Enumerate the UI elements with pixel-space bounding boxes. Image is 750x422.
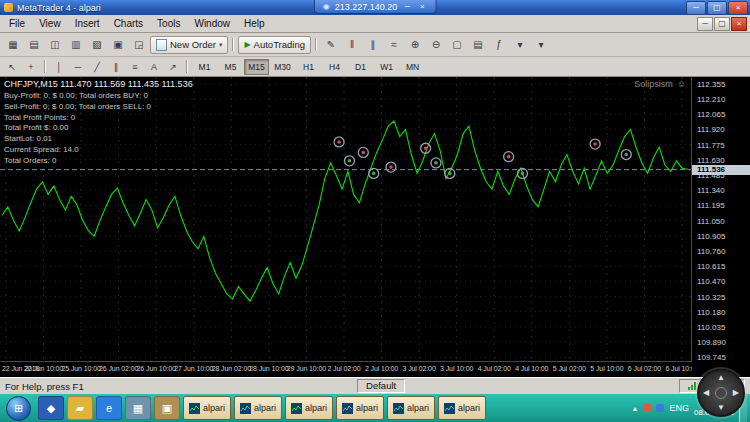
separator — [44, 60, 46, 73]
time-axis-label: 28 Jun 10:00 — [249, 365, 288, 372]
tray-app2-icon[interactable] — [656, 404, 664, 412]
trendline-icon[interactable]: ╱ — [88, 59, 106, 75]
templates-dropdown-icon[interactable]: ▾ — [531, 35, 551, 54]
ea-info-line: Sell-Profit: 0; $ 0.00; Total orders SEL… — [4, 102, 151, 113]
quick-launch-app3-icon[interactable]: ▣ — [154, 396, 180, 420]
time-axis[interactable]: 22 Jun 201822 Jun 10:0025 Jun 10:0026 Ju… — [0, 361, 692, 377]
tray-app-icon[interactable] — [643, 404, 651, 412]
title-bar: MetaTrader 4 - alpari ◉ 213.227.140.20 ─… — [0, 0, 750, 15]
metaeditor-icon[interactable]: ✎ — [321, 35, 341, 54]
close-button[interactable]: × — [728, 1, 748, 15]
timeframe-m15[interactable]: M15 — [244, 59, 269, 75]
rdp-connection-bar[interactable]: ◉ 213.227.140.20 ─ × — [314, 0, 437, 14]
periods-dropdown-icon[interactable]: ▾ — [510, 35, 530, 54]
tile-windows-icon[interactable]: ▢ — [447, 35, 467, 54]
menu-charts[interactable]: Charts — [107, 17, 150, 30]
toolbar-line-studies-timeframes: ↖+│─╱∥≡A↗M1M5M15M30H1H4D1W1MN — [0, 57, 750, 77]
menu-bar: FileViewInsertChartsToolsWindowHelp ─ ▢ … — [0, 15, 750, 33]
line-chart-icon[interactable]: ≈ — [384, 35, 404, 54]
child-minimize-button[interactable]: ─ — [697, 17, 713, 31]
child-close-button[interactable]: × — [731, 17, 747, 31]
minimize-button[interactable]: ─ — [686, 1, 706, 15]
mt4-chart-icon — [240, 403, 251, 414]
taskbar-app-alpari[interactable]: alpari — [387, 396, 435, 420]
screen: MetaTrader 4 - alpari ◉ 213.227.140.20 ─… — [0, 0, 750, 422]
autotrading-button[interactable]: ▶AutoTrading — [238, 36, 311, 54]
rdp-minimize-button[interactable]: ─ — [402, 2, 412, 11]
status-help-text: For Help, press F1 — [5, 381, 84, 392]
separator — [186, 60, 188, 73]
candlestick-icon[interactable]: ∥ — [363, 35, 383, 54]
timeframe-m1[interactable]: M1 — [192, 59, 217, 75]
pan-right-icon: ▶ — [733, 389, 739, 397]
timeframe-d1[interactable]: D1 — [348, 59, 373, 75]
navigator-icon[interactable]: ▧ — [87, 35, 107, 54]
tray-expand-icon[interactable]: ▲ — [632, 405, 639, 412]
taskbar-app-label: alpari — [203, 403, 225, 413]
crosshair-icon[interactable]: + — [22, 59, 40, 75]
taskbar-app-alpari[interactable]: alpari — [285, 396, 333, 420]
ea-info-line: Total Orders: 0 — [4, 156, 151, 167]
folder-icon[interactable]: ▰ — [67, 396, 93, 420]
mt4-chart-icon — [189, 403, 200, 414]
price-axis-label: 110.760 — [697, 247, 725, 256]
taskbar-app-alpari[interactable]: alpari — [183, 396, 231, 420]
new-order-button[interactable]: New Order▾ — [150, 36, 228, 54]
chart-area[interactable]: CHFJPY,M15 111.470 111.569 111.435 111.5… — [0, 77, 750, 377]
timeframe-h4[interactable]: H4 — [322, 59, 347, 75]
time-axis-label: 5 Jul 02:00 — [553, 365, 586, 372]
terminal-icon[interactable]: ▣ — [108, 35, 128, 54]
price-axis-label: 111.340 — [697, 186, 725, 195]
market-watch-icon[interactable]: ◫ — [45, 35, 65, 54]
zoom-out-icon[interactable]: ⊖ — [426, 35, 446, 54]
text-icon[interactable]: A — [145, 59, 163, 75]
rdp-close-button[interactable]: × — [417, 2, 427, 11]
timeframe-h1[interactable]: H1 — [296, 59, 321, 75]
price-axis[interactable]: 112.355112.210112.065111.920111.775111.6… — [691, 77, 750, 362]
quick-launch-app-icon[interactable]: ◆ — [38, 396, 64, 420]
menu-file[interactable]: File — [2, 17, 32, 30]
pin-icon[interactable]: ◉ — [323, 2, 330, 11]
taskbar-app-alpari[interactable]: alpari — [438, 396, 486, 420]
taskbar-app-alpari[interactable]: alpari — [336, 396, 384, 420]
menu-help[interactable]: Help — [237, 17, 272, 30]
fibonacci-icon[interactable]: ≡ — [126, 59, 144, 75]
new-chart-icon[interactable]: ▦ — [3, 35, 23, 54]
taskbar-app-label: alpari — [458, 403, 480, 413]
taskbar-app-label: alpari — [407, 403, 429, 413]
mt4-app-icon — [4, 3, 13, 12]
cascade-windows-icon[interactable]: ▤ — [468, 35, 488, 54]
cursor-icon[interactable]: ↖ — [3, 59, 21, 75]
ea-label[interactable]: Solipsism ☺ — [634, 79, 686, 89]
menu-insert[interactable]: Insert — [68, 17, 107, 30]
quick-launch-app2-icon[interactable]: ▦ — [125, 396, 151, 420]
taskbar-app-alpari[interactable]: alpari — [234, 396, 282, 420]
browser-icon[interactable]: e — [96, 396, 122, 420]
horizontal-line-icon[interactable]: ─ — [69, 59, 87, 75]
timeframe-m30[interactable]: M30 — [270, 59, 295, 75]
language-indicator[interactable]: ENG — [669, 403, 689, 413]
menu-window[interactable]: Window — [187, 17, 237, 30]
indicators-icon[interactable]: ƒ — [489, 35, 509, 54]
zoom-in-icon[interactable]: ⊕ — [405, 35, 425, 54]
remote-pan-control[interactable]: ▲ ▼ ◀ ▶ — [697, 369, 745, 417]
menu-view[interactable]: View — [32, 17, 68, 30]
profiles-icon[interactable]: ▤ — [24, 35, 44, 54]
data-window-icon[interactable]: ▥ — [66, 35, 86, 54]
trade-marker-dot — [362, 151, 366, 155]
start-button[interactable]: ⊞ — [6, 396, 31, 421]
strategy-tester-icon[interactable]: ◲ — [129, 35, 149, 54]
arrows-icon[interactable]: ↗ — [164, 59, 182, 75]
child-restore-button[interactable]: ▢ — [714, 17, 730, 31]
maximize-button[interactable]: ▢ — [707, 1, 727, 15]
timeframe-w1[interactable]: W1 — [374, 59, 399, 75]
timeframe-m5[interactable]: M5 — [218, 59, 243, 75]
bar-chart-icon[interactable]: ‖ — [342, 35, 362, 54]
timeframe-mn[interactable]: MN — [400, 59, 425, 75]
channel-icon[interactable]: ∥ — [107, 59, 125, 75]
profile-selector[interactable]: Default — [357, 379, 405, 393]
vertical-line-icon[interactable]: │ — [50, 59, 68, 75]
menu-tools[interactable]: Tools — [150, 17, 187, 30]
trade-marker-dot — [593, 142, 597, 146]
time-axis-label: 3 Jul 02:00 — [403, 365, 436, 372]
